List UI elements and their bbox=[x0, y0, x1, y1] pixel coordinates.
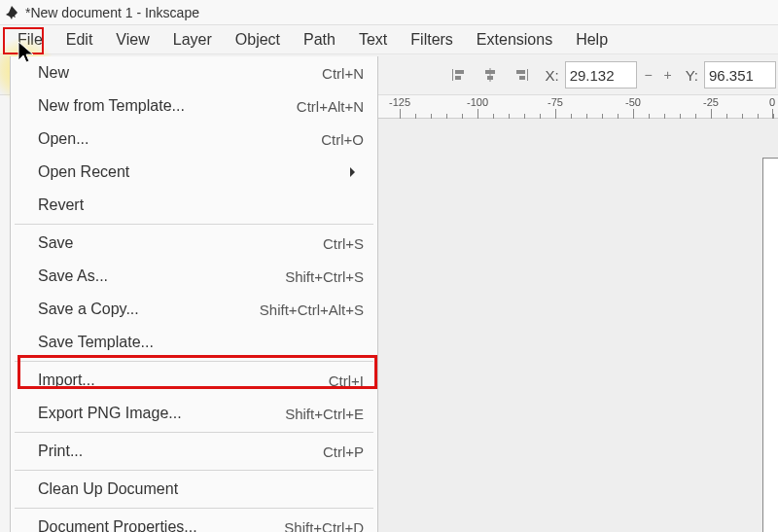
file-dropdown: NewCtrl+NNew from Template...Ctrl+Alt+NO… bbox=[10, 56, 378, 532]
menu-item-label: Export PNG Image... bbox=[38, 405, 182, 422]
file-menu-item-import[interactable]: Import...Ctrl+I bbox=[11, 364, 377, 397]
menu-item-label: Print... bbox=[38, 443, 83, 460]
file-menu-item-save-a-copy[interactable]: Save a Copy...Shift+Ctrl+Alt+S bbox=[11, 293, 377, 326]
file-menu-item-save-as[interactable]: Save As...Shift+Ctrl+S bbox=[11, 260, 377, 293]
menu-item-label: Save As... bbox=[38, 267, 108, 285]
file-menu-item-open-recent[interactable]: Open Recent bbox=[11, 156, 377, 189]
menu-object[interactable]: Object bbox=[224, 28, 292, 52]
file-menu-item-print[interactable]: Print...Ctrl+P bbox=[11, 435, 377, 468]
menu-file[interactable]: File bbox=[6, 28, 54, 52]
horizontal-ruler: -125-100-75-50-250 bbox=[378, 95, 778, 119]
menu-item-label: Save a Copy... bbox=[38, 301, 139, 318]
menu-item-shortcut: Shift+Ctrl+E bbox=[285, 406, 364, 422]
menu-item-label: New from Template... bbox=[38, 97, 185, 115]
file-menu-item-new[interactable]: NewCtrl+N bbox=[11, 56, 377, 89]
menu-item-label: Save bbox=[38, 234, 73, 252]
file-menu-item-new-from-template[interactable]: New from Template...Ctrl+Alt+N bbox=[11, 89, 377, 123]
file-menu-item-open[interactable]: Open...Ctrl+O bbox=[11, 123, 377, 156]
ruler-label: -50 bbox=[625, 96, 641, 108]
menu-item-label: Revert bbox=[38, 196, 84, 214]
menu-separator bbox=[15, 361, 373, 362]
file-menu-item-save-template[interactable]: Save Template... bbox=[11, 326, 377, 359]
menu-item-label: Import... bbox=[38, 372, 95, 389]
menu-item-shortcut: Ctrl+S bbox=[323, 235, 364, 252]
menubar: File Edit View Layer Object Path Text Fi… bbox=[0, 25, 778, 54]
coord-y-label: Y: bbox=[686, 67, 698, 84]
align-right-icon[interactable] bbox=[509, 62, 534, 88]
coord-x-decrement[interactable]: − bbox=[641, 61, 656, 89]
file-menu-item-clean-up-document[interactable]: Clean Up Document bbox=[11, 473, 377, 506]
menu-item-shortcut: Ctrl+Alt+N bbox=[297, 98, 364, 115]
menu-item-shortcut: Ctrl+P bbox=[323, 443, 364, 460]
menu-item-shortcut: Shift+Ctrl+D bbox=[284, 519, 364, 533]
submenu-arrow-icon bbox=[350, 167, 360, 177]
menu-item-label: Open Recent bbox=[38, 163, 129, 181]
menu-filters[interactable]: Filters bbox=[399, 28, 465, 52]
file-menu-item-revert[interactable]: Revert bbox=[11, 189, 377, 222]
file-menu-item-document-properties[interactable]: Document Properties...Shift+Ctrl+D bbox=[11, 511, 377, 532]
coord-x-label: X: bbox=[545, 67, 558, 84]
menu-item-shortcut: Ctrl+N bbox=[322, 65, 364, 82]
menu-extensions[interactable]: Extensions bbox=[465, 28, 564, 52]
file-menu-item-export-png-image[interactable]: Export PNG Image...Shift+Ctrl+E bbox=[11, 397, 377, 430]
menu-edit[interactable]: Edit bbox=[54, 28, 105, 52]
ruler-label: 0 bbox=[769, 96, 775, 108]
menu-text[interactable]: Text bbox=[347, 28, 399, 52]
menu-item-shortcut: Shift+Ctrl+S bbox=[285, 268, 364, 285]
menu-item-label: Open... bbox=[38, 130, 88, 148]
canvas-area[interactable] bbox=[378, 119, 778, 532]
ruler-label: -100 bbox=[467, 96, 488, 108]
file-menu-item-save[interactable]: SaveCtrl+S bbox=[11, 227, 377, 260]
menu-item-label: New bbox=[38, 64, 69, 82]
align-center-icon[interactable] bbox=[477, 62, 503, 88]
menu-item-label: Document Properties... bbox=[38, 518, 197, 532]
menu-separator bbox=[15, 432, 373, 433]
menu-item-shortcut: Shift+Ctrl+Alt+S bbox=[260, 301, 364, 318]
coord-y-input[interactable]: 96.351 bbox=[704, 61, 776, 89]
menu-separator bbox=[15, 224, 373, 225]
menu-item-shortcut: Ctrl+I bbox=[329, 372, 364, 389]
menu-path[interactable]: Path bbox=[292, 28, 347, 52]
menu-separator bbox=[15, 508, 373, 509]
menu-help[interactable]: Help bbox=[564, 28, 619, 52]
menu-layer[interactable]: Layer bbox=[161, 28, 224, 52]
canvas-page bbox=[762, 158, 778, 532]
titlebar: *New document 1 - Inkscape bbox=[0, 0, 778, 25]
coord-x-input[interactable]: 29.132 bbox=[565, 61, 637, 89]
align-left-icon[interactable] bbox=[446, 62, 472, 88]
ruler-label: -25 bbox=[703, 96, 719, 108]
menu-item-label: Clean Up Document bbox=[38, 480, 178, 498]
menu-view[interactable]: View bbox=[104, 28, 160, 52]
inkscape-icon bbox=[4, 5, 19, 20]
menu-item-label: Save Template... bbox=[38, 334, 154, 351]
coord-x-increment[interactable]: + bbox=[660, 61, 676, 89]
menu-item-shortcut: Ctrl+O bbox=[321, 131, 364, 148]
window-title: *New document 1 - Inkscape bbox=[25, 5, 199, 20]
ruler-label: -75 bbox=[548, 96, 563, 108]
ruler-label: -125 bbox=[389, 96, 410, 108]
menu-separator bbox=[15, 470, 373, 471]
